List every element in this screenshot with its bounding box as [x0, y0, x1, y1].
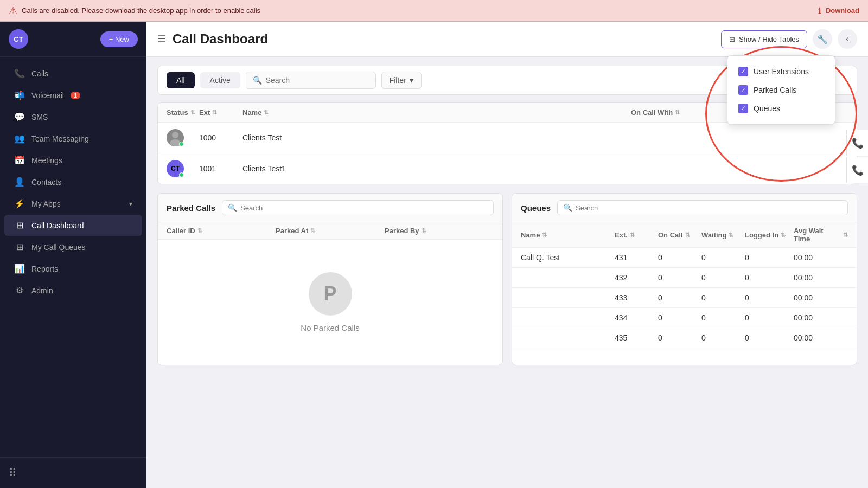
q-col-oncall[interactable]: On Call⇅ [658, 227, 701, 243]
sms-icon: 💬 [14, 112, 25, 122]
user-avatar-0 [167, 129, 184, 146]
sidebar-label-contacts: Contacts [31, 178, 61, 187]
sidebar-item-my-apps[interactable]: ⚡ My Apps ▾ [4, 193, 142, 214]
sidebar-label-meetings: Meetings [31, 156, 62, 165]
sidebar-item-team-messaging[interactable]: 👥 Team Messaging [4, 128, 142, 149]
q-ext: 433 [615, 293, 658, 302]
parked-calls-empty: P No Parked Calls [158, 240, 502, 365]
user-extensions-rows: 1000 Clients Test CT 1001 Clients Test1 [158, 123, 857, 184]
queues-search-box: 🔍 [557, 200, 848, 215]
q-waiting: 0 [701, 253, 745, 262]
queues-search-icon: 🔍 [563, 203, 572, 212]
download-link[interactable]: Download [826, 7, 859, 15]
q-avgwait: 00:00 [794, 273, 848, 282]
checkbox-user-extensions[interactable]: ✓ [738, 67, 748, 76]
parked-calls-label: Parked Calls [754, 86, 796, 94]
q-oncall: 0 [658, 253, 701, 262]
queues-search-input[interactable] [576, 204, 842, 212]
dropdown-item-parked-calls[interactable]: ✓ Parked Calls [736, 81, 826, 99]
show-hide-dropdown: ✓ User Extensions ✓ Parked Calls ✓ Queue… [727, 55, 835, 125]
settings-icon-button[interactable]: 🔧 [813, 29, 832, 49]
ext-cell: 1000 [199, 133, 242, 142]
q-avgwait: 00:00 [794, 333, 848, 342]
q-ext: 434 [615, 313, 658, 322]
sidebar-label-voicemail: Voicemail [31, 91, 64, 100]
avatar: CT [9, 29, 28, 49]
q-ext: 435 [615, 333, 658, 342]
status-dot [179, 172, 184, 177]
checkbox-parked-calls[interactable]: ✓ [738, 85, 748, 95]
sidebar-bottom: ⠿ [0, 457, 146, 488]
call-dashboard-icon: ⊞ [14, 220, 25, 230]
user-avatar-1: CT [167, 160, 184, 177]
queues-title: Queues [521, 203, 551, 213]
col-on-call-with[interactable]: On Call With ⇅ [631, 108, 739, 117]
sidebar-header: CT + New [0, 22, 146, 57]
parked-calls-panel: Parked Calls 🔍 Caller ID ⇅ Parked At [157, 193, 503, 365]
q-loggedin: 0 [745, 333, 794, 342]
new-button[interactable]: + New [100, 31, 138, 47]
search-input[interactable] [266, 76, 369, 85]
col-name[interactable]: Name ⇅ [242, 108, 631, 117]
q-waiting: 0 [701, 273, 745, 282]
tab-all[interactable]: All [167, 72, 195, 88]
q-col-waiting[interactable]: Waiting⇅ [701, 227, 745, 243]
q-col-loggedin[interactable]: Logged In⇅ [745, 227, 794, 243]
phone-icon-button-2[interactable]: 📞 [846, 157, 868, 183]
badge-voicemail: 1 [71, 92, 80, 99]
queues-cols-header: Name⇅ Ext.⇅ On Call⇅ Waiting⇅ Logged In⇅… [512, 222, 857, 248]
sidebar-item-admin[interactable]: ⚙ Admin [4, 280, 142, 301]
main-content: ☰ Call Dashboard ⊞ Show / Hide Tables 🔧 … [146, 22, 868, 488]
queues-panel: Queues 🔍 Name⇅ Ext.⇅ On Call⇅ Waiting⇅ L… [512, 193, 857, 365]
filter-button[interactable]: Filter ▾ [381, 72, 422, 89]
parked-calls-search-input[interactable] [240, 204, 488, 212]
q-col-avgwait[interactable]: Avg Wait Time⇅ [794, 227, 848, 243]
sidebar-item-my-call-queues[interactable]: ⊞ My Call Queues [4, 236, 142, 258]
parked-col-callerid[interactable]: Caller ID ⇅ [167, 227, 276, 235]
user-extensions-label: User Extensions [754, 67, 809, 76]
ext-cell: 1001 [199, 164, 242, 173]
sidebar-item-meetings[interactable]: 📅 Meetings [4, 150, 142, 171]
parked-col-parkedby[interactable]: Parked By ⇅ [385, 227, 494, 235]
dropdown-item-user-extensions[interactable]: ✓ User Extensions [736, 62, 826, 81]
col-ext[interactable]: Ext ⇅ [199, 108, 242, 117]
tab-active[interactable]: Active [200, 72, 240, 88]
name-cell: Clients Test1 [242, 164, 631, 173]
sidebar-item-calls[interactable]: 📞 Calls [4, 63, 142, 84]
warning-icon: ⚠ [9, 5, 17, 17]
chevron-down-icon: ▾ [410, 76, 413, 85]
sidebar-item-call-dashboard[interactable]: ⊞ Call Dashboard [4, 215, 142, 236]
queue-row: 435 0 0 0 00:00 [512, 328, 857, 348]
banner-text: Calls are disabled. Please download the … [22, 7, 814, 15]
phone-icon-button-1[interactable]: 📞 [846, 130, 868, 156]
q-col-name[interactable]: Name⇅ [521, 227, 615, 243]
sidebar-item-reports[interactable]: 📊 Reports [4, 258, 142, 279]
collapse-button[interactable]: ‹ [838, 29, 857, 49]
header-actions: ⊞ Show / Hide Tables 🔧 ‹ [721, 29, 857, 49]
checkbox-queues[interactable]: ✓ [738, 104, 748, 113]
user-ext-row: CT 1001 Clients Test1 [158, 153, 857, 184]
table-icon: ⊞ [729, 35, 735, 43]
sidebar-item-sms[interactable]: 💬 SMS [4, 106, 142, 127]
status-cell: CT [167, 160, 199, 177]
status-dot [179, 142, 184, 146]
sidebar-item-contacts[interactable]: 👤 Contacts [4, 171, 142, 192]
q-oncall: 0 [658, 333, 701, 342]
dropdown-item-queues[interactable]: ✓ Queues [736, 99, 826, 118]
queue-row: Call Q. Test 431 0 0 0 00:00 [512, 248, 857, 268]
sort-icon-ext: ⇅ [212, 109, 217, 116]
hamburger-icon[interactable]: ☰ [157, 33, 166, 45]
show-hide-tables-button[interactable]: ⊞ Show / Hide Tables [721, 30, 807, 48]
reports-icon: 📊 [14, 264, 25, 274]
sidebar-item-voicemail[interactable]: 📬 Voicemail 1 [4, 85, 142, 106]
q-col-ext[interactable]: Ext.⇅ [615, 227, 658, 243]
grid-icon[interactable]: ⠿ [9, 467, 17, 479]
sort-icon-status: ⇅ [190, 109, 195, 116]
q-loggedin: 0 [745, 313, 794, 322]
col-status[interactable]: Status ⇅ [167, 108, 199, 117]
voicemail-icon: 📬 [14, 90, 25, 100]
q-name [521, 273, 615, 282]
queues-label: Queues [754, 104, 780, 113]
parked-col-parkedat[interactable]: Parked At ⇅ [276, 227, 385, 235]
parked-calls-search-box: 🔍 [222, 200, 494, 215]
